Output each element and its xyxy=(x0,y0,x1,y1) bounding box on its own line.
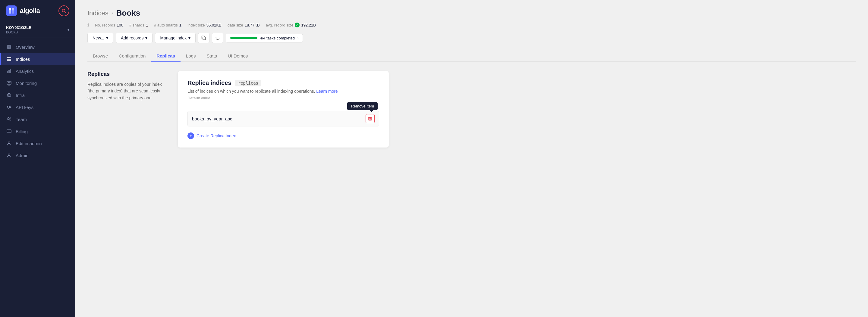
sidebar-item-indices[interactable]: Indices xyxy=(0,53,75,65)
stat-item-0: No. records 100 xyxy=(95,23,123,27)
sidebar-item-label: Billing xyxy=(16,129,28,134)
toolbar: New... ▾ Add records ▾ Manage index ▾ xyxy=(87,33,856,43)
main-content: Indices › Books ℹ No. records 100 # shar… xyxy=(75,0,868,317)
tab-replicas[interactable]: Replicas xyxy=(151,50,181,62)
svg-rect-7 xyxy=(9,45,11,47)
stat-item-5: avg. record size ✓192.21B xyxy=(266,23,316,27)
add-records-button[interactable]: Add records ▾ xyxy=(116,33,153,43)
stat-label: data size xyxy=(227,23,243,27)
create-replica-link[interactable]: + Create Replica Index xyxy=(187,133,379,139)
analytics-icon xyxy=(6,68,12,74)
sidebar-item-monitoring[interactable]: Monitoring xyxy=(0,77,75,89)
monitoring-icon xyxy=(6,80,12,86)
replica-item-row: books_by_year_asc Remove item xyxy=(187,111,379,127)
stat-item-1: # shards 1 xyxy=(129,23,148,27)
tasks-progress[interactable]: 4/4 tasks completed › xyxy=(226,34,303,42)
sidebar-item-billing[interactable]: Billing xyxy=(0,125,75,137)
sidebar-nav: Overview Indices Analytics Monitoring In… xyxy=(0,38,75,317)
tab-browse[interactable]: Browse xyxy=(87,50,113,62)
check-icon: ✓ xyxy=(295,23,300,27)
chevron-down-icon: ▾ xyxy=(67,28,69,32)
sidebar-item-infra[interactable]: Infra xyxy=(0,89,75,101)
replica-item-name: books_by_year_asc xyxy=(192,116,232,121)
replica-default-val: Default value: xyxy=(187,96,379,100)
remove-item-button[interactable] xyxy=(366,114,375,123)
svg-rect-21 xyxy=(7,130,11,133)
stat-value: 1 xyxy=(146,23,148,27)
sidebar-item-analytics[interactable]: Analytics xyxy=(0,65,75,77)
chevron-down-icon: ▾ xyxy=(106,36,108,40)
sidebar-item-label: Monitoring xyxy=(16,81,37,86)
refresh-button[interactable] xyxy=(212,33,223,43)
search-button[interactable] xyxy=(59,5,69,16)
account-section[interactable]: KOY031G2LE BOOKS ▾ xyxy=(0,22,75,38)
replicas-desc-text: Replica indices are copies of your index… xyxy=(87,81,166,101)
tab-stats[interactable]: Stats xyxy=(201,50,222,62)
stat-item-4: data size 18.77KB xyxy=(227,23,260,27)
remove-tooltip-container: Remove item xyxy=(366,114,375,123)
logo-area: algolia xyxy=(0,0,75,22)
stat-value: 55.02KB xyxy=(207,23,221,27)
svg-rect-24 xyxy=(203,37,206,40)
replicas-desc-title: Replicas xyxy=(87,71,166,77)
tab-configuration[interactable]: Configuration xyxy=(113,50,151,62)
billing-icon xyxy=(6,128,12,134)
tabs: BrowseConfigurationReplicasLogsStatsUI D… xyxy=(87,50,856,62)
sidebar: algolia KOY031G2LE BOOKS ▾ Overview Indi… xyxy=(0,0,75,317)
breadcrumb-parent[interactable]: Indices xyxy=(87,9,108,17)
svg-rect-8 xyxy=(7,47,9,49)
replicas-description: Replicas Replica indices are copies of y… xyxy=(87,71,166,101)
stat-item-2: # auto shards 1 xyxy=(154,23,181,27)
tooltip-box: Remove item xyxy=(347,102,378,110)
svg-rect-12 xyxy=(7,60,11,61)
svg-point-23 xyxy=(8,154,10,156)
sidebar-item-label: Indices xyxy=(16,57,30,62)
sidebar-item-team[interactable]: Team xyxy=(0,113,75,125)
new-button[interactable]: New... ▾ xyxy=(87,33,113,43)
chevron-right-icon: › xyxy=(297,36,299,40)
overview-icon xyxy=(6,44,12,50)
svg-rect-9 xyxy=(9,47,11,49)
sidebar-item-label: Admin xyxy=(16,153,29,158)
stat-label: No. records xyxy=(95,23,115,27)
svg-rect-6 xyxy=(7,45,9,47)
replica-divider xyxy=(187,106,379,106)
svg-point-20 xyxy=(10,118,11,119)
replica-card-header: Replica indices replicas xyxy=(187,79,379,86)
stat-label: avg. record size xyxy=(266,23,293,27)
content-area: Indices › Books ℹ No. records 100 # shar… xyxy=(75,0,868,317)
sidebar-item-overview[interactable]: Overview xyxy=(0,41,75,53)
indices-icon xyxy=(6,56,12,62)
stats-bar: ℹ No. records 100 # shards 1 # auto shar… xyxy=(87,23,856,27)
plus-icon: + xyxy=(187,133,194,139)
stat-label: # auto shards xyxy=(154,23,178,27)
learn-more-link[interactable]: Learn more xyxy=(316,89,338,94)
stat-label: index size xyxy=(187,23,205,27)
breadcrumb-current: Books xyxy=(116,8,140,18)
progress-track xyxy=(230,37,257,39)
tab-ui-demos[interactable]: UI Demos xyxy=(222,50,253,62)
chevron-down-icon: ▾ xyxy=(145,36,147,40)
stat-value: 192.21B xyxy=(301,23,315,27)
sidebar-item-label: Edit in admin xyxy=(16,141,42,146)
svg-rect-25 xyxy=(369,118,372,120)
manage-index-button[interactable]: Manage index ▾ xyxy=(155,33,195,43)
sidebar-item-edit-in-admin[interactable]: Edit in admin xyxy=(0,137,75,149)
svg-rect-13 xyxy=(7,71,8,73)
sidebar-item-label: Team xyxy=(16,117,27,122)
sidebar-item-admin[interactable]: Admin xyxy=(0,149,75,161)
svg-rect-2 xyxy=(9,11,11,13)
stat-label: # shards xyxy=(129,23,144,27)
svg-rect-10 xyxy=(7,57,11,58)
sidebar-item-api-keys[interactable]: API keys xyxy=(0,101,75,113)
info-icon[interactable]: ℹ xyxy=(87,23,89,27)
replica-card-title: Replica indices xyxy=(187,79,231,86)
sidebar-item-label: Analytics xyxy=(16,69,34,74)
account-name: KOY031G2LE xyxy=(6,25,31,30)
copy-button[interactable] xyxy=(198,33,210,43)
svg-point-19 xyxy=(8,118,9,119)
replicas-layout: Replicas Replica indices are copies of y… xyxy=(87,71,856,147)
api-keys-icon xyxy=(6,104,12,110)
progress-fill xyxy=(230,37,257,39)
tab-logs[interactable]: Logs xyxy=(181,50,201,62)
